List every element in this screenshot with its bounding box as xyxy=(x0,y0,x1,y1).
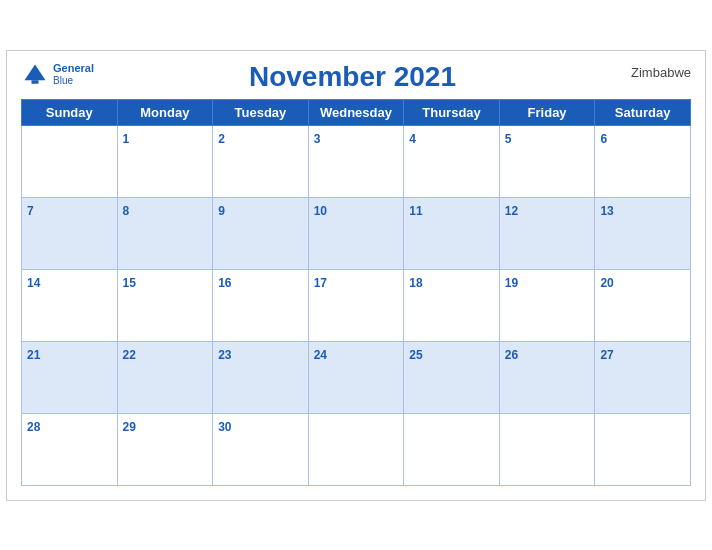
calendar-cell: 10 xyxy=(308,197,404,269)
day-number: 24 xyxy=(314,348,327,362)
day-number: 9 xyxy=(218,204,225,218)
day-number: 6 xyxy=(600,132,607,146)
svg-rect-1 xyxy=(32,80,39,84)
calendar-cell: 13 xyxy=(595,197,691,269)
day-number: 17 xyxy=(314,276,327,290)
day-number: 26 xyxy=(505,348,518,362)
calendar-cell: 2 xyxy=(213,125,309,197)
calendar-cell: 17 xyxy=(308,269,404,341)
calendar-cell: 18 xyxy=(404,269,500,341)
day-number: 18 xyxy=(409,276,422,290)
logo-icon xyxy=(21,61,49,89)
day-number: 22 xyxy=(123,348,136,362)
day-number: 4 xyxy=(409,132,416,146)
day-number: 29 xyxy=(123,420,136,434)
svg-marker-0 xyxy=(25,64,46,80)
calendar-cell: 28 xyxy=(22,413,118,485)
calendar-cell: 7 xyxy=(22,197,118,269)
day-number: 28 xyxy=(27,420,40,434)
day-number: 2 xyxy=(218,132,225,146)
logo-general: General xyxy=(53,62,94,74)
header-thursday: Thursday xyxy=(404,99,500,125)
day-number: 12 xyxy=(505,204,518,218)
header-friday: Friday xyxy=(499,99,595,125)
day-number: 20 xyxy=(600,276,613,290)
calendar-cell: 15 xyxy=(117,269,213,341)
calendar-cell: 23 xyxy=(213,341,309,413)
month-title: November 2021 xyxy=(94,61,611,93)
logo-area: General Blue xyxy=(21,61,94,89)
day-number: 14 xyxy=(27,276,40,290)
day-number: 23 xyxy=(218,348,231,362)
day-number: 19 xyxy=(505,276,518,290)
day-number: 5 xyxy=(505,132,512,146)
calendar-cell: 8 xyxy=(117,197,213,269)
calendar-cell: 29 xyxy=(117,413,213,485)
calendar-cell xyxy=(404,413,500,485)
calendar-table: Sunday Monday Tuesday Wednesday Thursday… xyxy=(21,99,691,486)
calendar-cell: 9 xyxy=(213,197,309,269)
header-wednesday: Wednesday xyxy=(308,99,404,125)
calendar-cell: 27 xyxy=(595,341,691,413)
day-number: 1 xyxy=(123,132,130,146)
day-number: 10 xyxy=(314,204,327,218)
calendar-cell xyxy=(595,413,691,485)
calendar-header: General Blue November 2021 Zimbabwe xyxy=(21,61,691,93)
calendar-cell: 25 xyxy=(404,341,500,413)
calendar-cell: 6 xyxy=(595,125,691,197)
day-number: 7 xyxy=(27,204,34,218)
day-number: 21 xyxy=(27,348,40,362)
logo-blue: Blue xyxy=(53,75,94,87)
calendar-cell: 11 xyxy=(404,197,500,269)
calendar-cell: 16 xyxy=(213,269,309,341)
calendar: General Blue November 2021 Zimbabwe Sund… xyxy=(6,50,706,501)
calendar-cell: 12 xyxy=(499,197,595,269)
day-number: 13 xyxy=(600,204,613,218)
day-number: 15 xyxy=(123,276,136,290)
calendar-cell: 24 xyxy=(308,341,404,413)
calendar-week-row: 14151617181920 xyxy=(22,269,691,341)
weekday-header-row: Sunday Monday Tuesday Wednesday Thursday… xyxy=(22,99,691,125)
day-number: 8 xyxy=(123,204,130,218)
calendar-cell: 30 xyxy=(213,413,309,485)
calendar-cell: 3 xyxy=(308,125,404,197)
header-monday: Monday xyxy=(117,99,213,125)
day-number: 16 xyxy=(218,276,231,290)
calendar-cell: 21 xyxy=(22,341,118,413)
calendar-cell: 20 xyxy=(595,269,691,341)
calendar-cell: 26 xyxy=(499,341,595,413)
calendar-cell: 1 xyxy=(117,125,213,197)
calendar-week-row: 21222324252627 xyxy=(22,341,691,413)
day-number: 30 xyxy=(218,420,231,434)
calendar-cell: 22 xyxy=(117,341,213,413)
calendar-cell: 4 xyxy=(404,125,500,197)
calendar-week-row: 78910111213 xyxy=(22,197,691,269)
day-number: 27 xyxy=(600,348,613,362)
calendar-cell xyxy=(308,413,404,485)
calendar-cell: 19 xyxy=(499,269,595,341)
calendar-cell: 14 xyxy=(22,269,118,341)
header-sunday: Sunday xyxy=(22,99,118,125)
country-label: Zimbabwe xyxy=(611,61,691,80)
calendar-cell: 5 xyxy=(499,125,595,197)
calendar-week-row: 282930 xyxy=(22,413,691,485)
calendar-week-row: 123456 xyxy=(22,125,691,197)
header-saturday: Saturday xyxy=(595,99,691,125)
calendar-cell xyxy=(499,413,595,485)
day-number: 25 xyxy=(409,348,422,362)
day-number: 11 xyxy=(409,204,422,218)
day-number: 3 xyxy=(314,132,321,146)
header-tuesday: Tuesday xyxy=(213,99,309,125)
calendar-cell xyxy=(22,125,118,197)
